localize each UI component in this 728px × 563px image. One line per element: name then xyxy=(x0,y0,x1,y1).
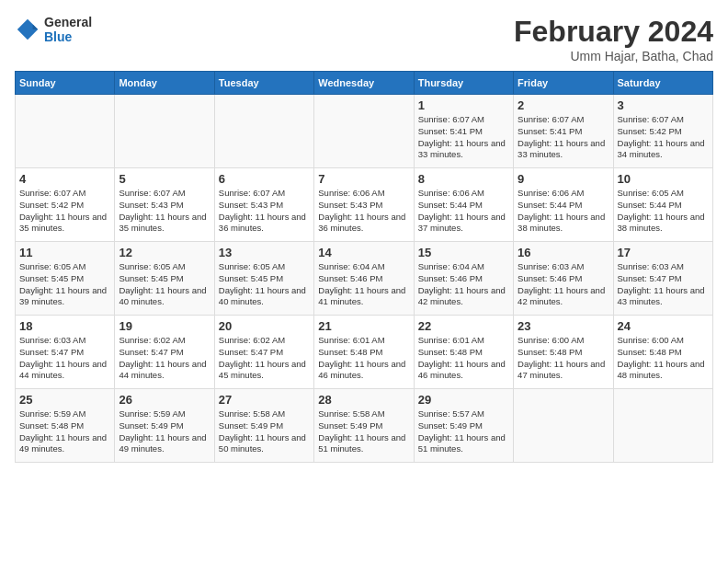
calendar-cell: 4Sunrise: 6:07 AM Sunset: 5:42 PM Daylig… xyxy=(16,168,115,242)
day-number: 22 xyxy=(418,319,509,333)
day-header-thursday: Thursday xyxy=(414,72,513,95)
calendar-cell xyxy=(16,95,115,168)
cell-info: Sunrise: 5:59 AM Sunset: 5:48 PM Dayligh… xyxy=(19,408,110,455)
calendar-cell: 15Sunrise: 6:04 AM Sunset: 5:46 PM Dayli… xyxy=(414,242,513,316)
calendar-cell: 21Sunrise: 6:01 AM Sunset: 5:48 PM Dayli… xyxy=(314,316,414,389)
cell-info: Sunrise: 6:07 AM Sunset: 5:43 PM Dayligh… xyxy=(119,188,210,235)
logo-general-text: General xyxy=(44,15,92,29)
cell-info: Sunrise: 6:06 AM Sunset: 5:44 PM Dayligh… xyxy=(518,188,609,235)
cell-info: Sunrise: 6:03 AM Sunset: 5:47 PM Dayligh… xyxy=(618,261,709,308)
calendar-cell: 5Sunrise: 6:07 AM Sunset: 5:43 PM Daylig… xyxy=(115,168,214,242)
day-header-wednesday: Wednesday xyxy=(314,72,414,95)
day-number: 24 xyxy=(618,319,709,333)
cell-info: Sunrise: 5:59 AM Sunset: 5:49 PM Dayligh… xyxy=(119,408,210,455)
day-number: 27 xyxy=(219,393,310,407)
cell-info: Sunrise: 6:05 AM Sunset: 5:45 PM Dayligh… xyxy=(219,261,310,308)
cell-info: Sunrise: 6:01 AM Sunset: 5:48 PM Dayligh… xyxy=(318,335,409,382)
calendar-cell: 16Sunrise: 6:03 AM Sunset: 5:46 PM Dayli… xyxy=(514,242,613,316)
day-header-tuesday: Tuesday xyxy=(214,72,313,95)
logo: General Blue xyxy=(15,15,92,44)
day-number: 1 xyxy=(418,98,509,112)
cell-info: Sunrise: 6:03 AM Sunset: 5:47 PM Dayligh… xyxy=(19,335,110,382)
day-number: 18 xyxy=(19,319,110,333)
calendar-cell xyxy=(514,389,613,463)
cell-info: Sunrise: 6:07 AM Sunset: 5:41 PM Dayligh… xyxy=(418,114,509,161)
calendar-header: SundayMondayTuesdayWednesdayThursdayFrid… xyxy=(16,72,713,95)
month-title: February 2024 xyxy=(514,15,713,49)
cell-info: Sunrise: 6:02 AM Sunset: 5:47 PM Dayligh… xyxy=(219,335,310,382)
calendar-cell: 19Sunrise: 6:02 AM Sunset: 5:47 PM Dayli… xyxy=(115,316,214,389)
calendar-cell: 10Sunrise: 6:05 AM Sunset: 5:44 PM Dayli… xyxy=(613,168,712,242)
cell-info: Sunrise: 6:07 AM Sunset: 5:43 PM Dayligh… xyxy=(219,188,310,235)
day-number: 29 xyxy=(418,393,509,407)
cell-info: Sunrise: 6:02 AM Sunset: 5:47 PM Dayligh… xyxy=(119,335,210,382)
day-number: 21 xyxy=(318,319,409,333)
cell-info: Sunrise: 6:06 AM Sunset: 5:43 PM Dayligh… xyxy=(318,188,409,235)
logo-text: General Blue xyxy=(44,15,92,44)
week-row-4: 18Sunrise: 6:03 AM Sunset: 5:47 PM Dayli… xyxy=(16,316,713,389)
day-number: 23 xyxy=(518,319,609,333)
cell-info: Sunrise: 6:05 AM Sunset: 5:44 PM Dayligh… xyxy=(618,188,709,235)
day-number: 3 xyxy=(618,98,709,112)
cell-info: Sunrise: 6:07 AM Sunset: 5:41 PM Dayligh… xyxy=(518,114,609,161)
day-number: 11 xyxy=(19,246,110,259)
calendar-cell: 14Sunrise: 6:04 AM Sunset: 5:46 PM Dayli… xyxy=(314,242,414,316)
calendar-cell: 3Sunrise: 6:07 AM Sunset: 5:42 PM Daylig… xyxy=(613,95,712,168)
calendar-cell: 26Sunrise: 5:59 AM Sunset: 5:49 PM Dayli… xyxy=(115,389,214,463)
calendar-cell: 7Sunrise: 6:06 AM Sunset: 5:43 PM Daylig… xyxy=(314,168,414,242)
calendar-cell: 29Sunrise: 5:57 AM Sunset: 5:49 PM Dayli… xyxy=(414,389,513,463)
day-header-sunday: Sunday xyxy=(16,72,115,95)
day-number: 6 xyxy=(219,172,310,186)
logo-blue-text: Blue xyxy=(44,29,92,44)
calendar-cell: 12Sunrise: 6:05 AM Sunset: 5:45 PM Dayli… xyxy=(115,242,214,316)
calendar-cell: 9Sunrise: 6:06 AM Sunset: 5:44 PM Daylig… xyxy=(514,168,613,242)
day-number: 8 xyxy=(418,172,509,186)
calendar-cell: 25Sunrise: 5:59 AM Sunset: 5:48 PM Dayli… xyxy=(16,389,115,463)
cell-info: Sunrise: 5:57 AM Sunset: 5:49 PM Dayligh… xyxy=(418,408,509,455)
calendar-cell: 22Sunrise: 6:01 AM Sunset: 5:48 PM Dayli… xyxy=(414,316,513,389)
day-number: 10 xyxy=(618,172,709,186)
calendar-cell: 27Sunrise: 5:58 AM Sunset: 5:49 PM Dayli… xyxy=(214,389,313,463)
cell-info: Sunrise: 6:04 AM Sunset: 5:46 PM Dayligh… xyxy=(418,261,509,308)
calendar-table: SundayMondayTuesdayWednesdayThursdayFrid… xyxy=(15,71,713,463)
cell-info: Sunrise: 6:06 AM Sunset: 5:44 PM Dayligh… xyxy=(418,188,509,235)
calendar-cell xyxy=(314,95,414,168)
day-number: 13 xyxy=(219,246,310,259)
day-number: 26 xyxy=(119,393,210,407)
logo-icon xyxy=(15,17,40,42)
cell-info: Sunrise: 6:07 AM Sunset: 5:42 PM Dayligh… xyxy=(618,114,709,161)
cell-info: Sunrise: 6:04 AM Sunset: 5:46 PM Dayligh… xyxy=(318,261,409,308)
calendar-cell: 18Sunrise: 6:03 AM Sunset: 5:47 PM Dayli… xyxy=(16,316,115,389)
calendar-cell: 20Sunrise: 6:02 AM Sunset: 5:47 PM Dayli… xyxy=(214,316,313,389)
cell-info: Sunrise: 6:00 AM Sunset: 5:48 PM Dayligh… xyxy=(518,335,609,382)
day-number: 19 xyxy=(119,319,210,333)
day-number: 17 xyxy=(618,246,709,259)
calendar-cell xyxy=(214,95,313,168)
day-number: 5 xyxy=(119,172,210,186)
calendar-cell: 1Sunrise: 6:07 AM Sunset: 5:41 PM Daylig… xyxy=(414,95,513,168)
day-number: 4 xyxy=(19,172,110,186)
day-header-saturday: Saturday xyxy=(613,72,712,95)
day-header-friday: Friday xyxy=(514,72,613,95)
week-row-3: 11Sunrise: 6:05 AM Sunset: 5:45 PM Dayli… xyxy=(16,242,713,316)
calendar-cell xyxy=(613,389,712,463)
week-row-1: 1Sunrise: 6:07 AM Sunset: 5:41 PM Daylig… xyxy=(16,95,713,168)
week-row-5: 25Sunrise: 5:59 AM Sunset: 5:48 PM Dayli… xyxy=(16,389,713,463)
day-number: 2 xyxy=(518,98,609,112)
day-number: 9 xyxy=(518,172,609,186)
day-number: 16 xyxy=(518,246,609,259)
calendar-body: 1Sunrise: 6:07 AM Sunset: 5:41 PM Daylig… xyxy=(16,95,713,463)
calendar-cell: 6Sunrise: 6:07 AM Sunset: 5:43 PM Daylig… xyxy=(214,168,313,242)
calendar-cell: 2Sunrise: 6:07 AM Sunset: 5:41 PM Daylig… xyxy=(514,95,613,168)
location: Umm Hajar, Batha, Chad xyxy=(514,49,713,63)
day-number: 7 xyxy=(318,172,409,186)
cell-info: Sunrise: 6:00 AM Sunset: 5:48 PM Dayligh… xyxy=(618,335,709,382)
cell-info: Sunrise: 6:03 AM Sunset: 5:46 PM Dayligh… xyxy=(518,261,609,308)
day-number: 15 xyxy=(418,246,509,259)
calendar-cell xyxy=(115,95,214,168)
title-area: February 2024 Umm Hajar, Batha, Chad xyxy=(514,15,713,63)
cell-info: Sunrise: 6:07 AM Sunset: 5:42 PM Dayligh… xyxy=(19,188,110,235)
day-header-monday: Monday xyxy=(115,72,214,95)
cell-info: Sunrise: 5:58 AM Sunset: 5:49 PM Dayligh… xyxy=(318,408,409,455)
day-number: 25 xyxy=(19,393,110,407)
